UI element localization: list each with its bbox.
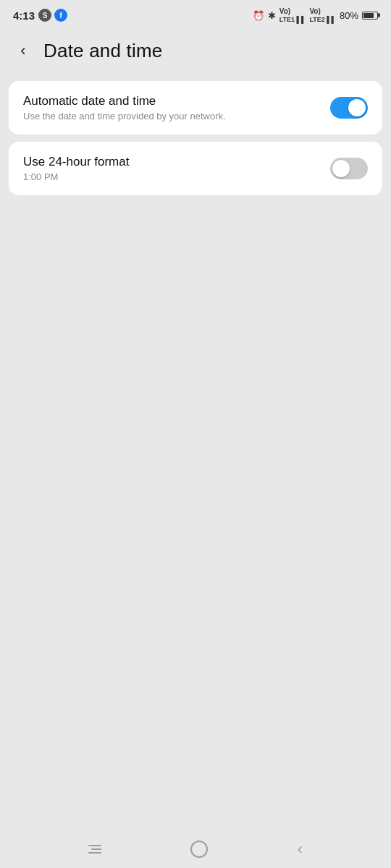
page-title: Date and time — [43, 40, 162, 62]
settings-content: Automatic date and time Use the date and… — [0, 77, 391, 200]
back-button[interactable]: ‹ — [10, 38, 36, 64]
24-hour-format-text: Use 24-hour format 1:00 PM — [23, 155, 330, 182]
24-hour-format-item: Use 24-hour format 1:00 PM — [23, 155, 368, 182]
toggle-knob — [348, 99, 366, 116]
automatic-date-time-text: Automatic date and time Use the date and… — [23, 94, 330, 122]
back-nav-icon: ‹ — [298, 841, 303, 857]
24-hour-format-toggle[interactable] — [330, 158, 368, 179]
24-hour-format-title: Use 24-hour format — [23, 155, 319, 169]
back-icon: ‹ — [20, 43, 25, 59]
automatic-date-time-toggle[interactable] — [330, 97, 368, 119]
page-header: ‹ Date and time — [0, 27, 391, 77]
home-button[interactable] — [190, 841, 208, 858]
facebook-icon: f — [54, 9, 67, 22]
status-time: 4:13 — [13, 9, 35, 22]
battery-icon — [362, 12, 378, 20]
24-hour-format-subtitle: 1:00 PM — [23, 171, 319, 182]
status-left: 4:13 S f — [13, 9, 67, 22]
battery-percent: 80% — [340, 10, 358, 21]
alarm-icon: ⏰ — [253, 10, 264, 21]
lte1-signal: Vo)LTE1 ▌▌ — [279, 7, 306, 23]
back-nav-button[interactable]: ‹ — [298, 841, 303, 857]
status-app-icons: S f — [38, 9, 67, 22]
samsung-icon: S — [38, 9, 51, 22]
lte2-signal: Vo)LTE2 ▌▌ — [309, 7, 336, 23]
home-icon — [190, 841, 208, 858]
bottom-nav: ‹ — [0, 830, 391, 868]
toggle-knob-2 — [332, 160, 350, 177]
status-bar: 4:13 S f ⏰ ✱ Vo)LTE1 ▌▌ Vo)LTE2 ▌▌ 80% — [0, 0, 391, 27]
bluetooth-icon: ✱ — [268, 10, 276, 21]
automatic-date-time-card: Automatic date and time Use the date and… — [9, 81, 382, 135]
status-right: ⏰ ✱ Vo)LTE1 ▌▌ Vo)LTE2 ▌▌ 80% — [253, 7, 378, 23]
24-hour-format-card: Use 24-hour format 1:00 PM — [9, 142, 382, 195]
automatic-date-time-item: Automatic date and time Use the date and… — [23, 94, 368, 122]
automatic-date-time-title: Automatic date and time — [23, 94, 319, 109]
recent-apps-icon — [88, 845, 101, 854]
recent-apps-button[interactable] — [88, 845, 101, 854]
automatic-date-time-subtitle: Use the date and time provided by your n… — [23, 111, 319, 122]
